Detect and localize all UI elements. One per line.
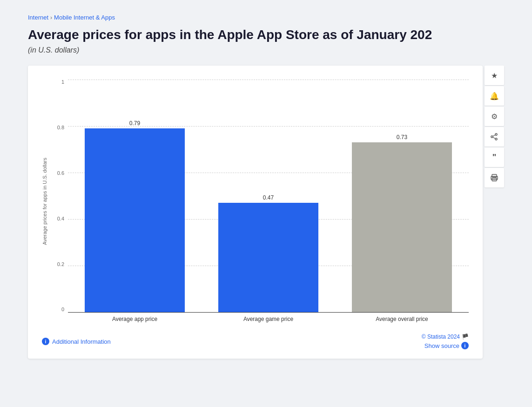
x-label-avg-overall: Average overall price xyxy=(335,316,469,322)
svg-point-1 xyxy=(495,138,497,140)
bar-value-avg-game: 0.47 xyxy=(263,194,274,201)
additional-info[interactable]: i Additional Information xyxy=(42,338,111,345)
bar-value-avg-app: 0.79 xyxy=(129,120,140,127)
svg-rect-5 xyxy=(492,174,497,177)
alert-button[interactable]: 🔔 xyxy=(485,86,504,106)
grid-line-0 xyxy=(68,312,469,313)
flag-icon: 🏴 xyxy=(462,334,469,340)
bar-avg-game-price: 0.47 xyxy=(202,80,335,312)
bar-rect-avg-game xyxy=(218,203,318,312)
chart-footer: i Additional Information © Statista 2024… xyxy=(42,330,469,349)
y-tick-1: 1 xyxy=(51,80,64,85)
page-title: Average prices for apps in the Apple App… xyxy=(28,27,504,43)
print-button[interactable] xyxy=(485,168,504,187)
statista-credit-text: © Statista 2024 xyxy=(422,334,460,340)
breadcrumb-internet[interactable]: Internet xyxy=(28,14,48,21)
svg-line-3 xyxy=(493,135,495,136)
footer-right: © Statista 2024 🏴 Show source i xyxy=(422,334,469,349)
page-subtitle: (in U.S. dollars) xyxy=(28,46,504,54)
share-button[interactable] xyxy=(485,127,504,147)
breadcrumb-mobile[interactable]: Mobile Internet & Apps xyxy=(54,14,115,21)
y-tick-0: 0 xyxy=(51,307,64,312)
chart-card: Average prices for apps in U.S. dollars … xyxy=(28,66,483,359)
y-axis-label: Average prices for apps in U.S. dollars xyxy=(42,158,47,245)
x-label-avg-app: Average app price xyxy=(68,316,202,322)
show-source-info-icon: i xyxy=(461,342,469,349)
y-tick-06: 0.6 xyxy=(51,171,64,176)
bar-avg-overall-price: 0.73 xyxy=(335,80,469,312)
bar-avg-app-price: 0.79 xyxy=(68,80,202,312)
info-icon: i xyxy=(42,338,49,345)
y-tick-04: 0.4 xyxy=(51,216,64,221)
settings-button[interactable]: ⚙ xyxy=(485,107,504,126)
bar-rect-avg-app xyxy=(85,128,185,312)
cite-button[interactable]: " xyxy=(485,147,504,167)
bar-value-avg-overall: 0.73 xyxy=(397,134,407,140)
show-source-button[interactable]: Show source i xyxy=(424,342,469,349)
sidebar-actions: ★ 🔔 ⚙ " xyxy=(485,66,504,359)
svg-point-0 xyxy=(495,133,497,135)
y-tick-08: 0.8 xyxy=(51,125,64,130)
x-label-avg-game: Average game price xyxy=(202,316,335,322)
show-source-label[interactable]: Show source xyxy=(424,342,459,349)
svg-point-8 xyxy=(496,178,497,179)
y-tick-02: 0.2 xyxy=(51,262,64,267)
svg-line-4 xyxy=(493,137,495,139)
additional-info-label[interactable]: Additional Information xyxy=(52,338,111,345)
chart-inner: 0 0.2 0.4 0.6 0.8 1 xyxy=(51,80,469,322)
svg-point-2 xyxy=(491,136,493,138)
statista-credit: © Statista 2024 🏴 xyxy=(422,334,469,340)
bar-rect-avg-overall xyxy=(352,142,452,312)
breadcrumb: Internet › Mobile Internet & Apps xyxy=(28,14,504,21)
bookmark-button[interactable]: ★ xyxy=(485,66,504,85)
breadcrumb-separator: › xyxy=(50,14,52,21)
